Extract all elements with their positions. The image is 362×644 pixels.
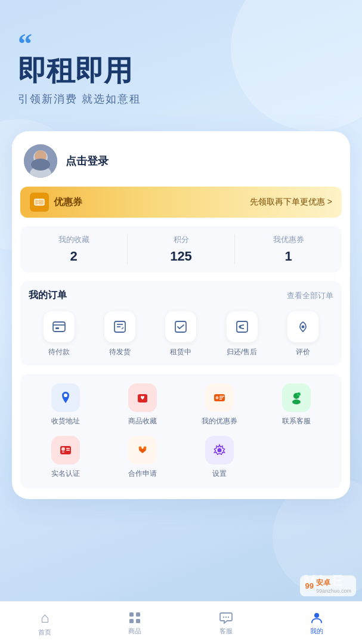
order-return[interactable]: 归还/售后 xyxy=(227,311,258,357)
bottom-nav: ⌂ 首页 商品 客服 我的 xyxy=(0,601,362,644)
order-pending-delivery-icon xyxy=(104,311,135,342)
watermark-logo: 99 xyxy=(305,581,313,590)
svg-rect-15 xyxy=(237,321,247,332)
main-card: 点击登录 优惠券 先领取再下单更优惠 > 我的收藏 2 积分 125 我优惠券 xyxy=(12,131,350,499)
service-customer-service-icon xyxy=(282,383,311,412)
service-settings-icon xyxy=(205,436,234,465)
service-favorites-label: 商品收藏 xyxy=(128,416,157,426)
services-section: 收货地址 商品收藏 xyxy=(20,374,342,488)
stat-coupons-value: 1 xyxy=(235,249,342,264)
order-review-icon xyxy=(287,311,318,342)
orders-section: 我的订单 查看全部订单 待付款 xyxy=(20,281,342,366)
sub-title: 引领新消费 就选如意租 xyxy=(18,92,344,106)
header-area: “ 即租即用 引领新消费 就选如意租 xyxy=(0,0,362,118)
svg-rect-8 xyxy=(53,322,65,332)
svg-point-4 xyxy=(31,159,50,171)
svg-rect-36 xyxy=(129,612,134,617)
svg-point-33 xyxy=(139,447,142,450)
stat-favorites-value: 2 xyxy=(20,249,127,264)
home-icon: ⌂ xyxy=(41,609,49,626)
svg-rect-39 xyxy=(136,619,140,623)
nav-products-label: 商品 xyxy=(128,627,141,636)
order-pending-payment-label: 待付款 xyxy=(48,347,70,357)
order-pending-delivery[interactable]: 待发货 xyxy=(104,311,135,357)
service-my-coupons-icon xyxy=(205,383,234,412)
service-partnership-label: 合作申请 xyxy=(128,469,157,479)
svg-point-40 xyxy=(222,616,224,617)
nav-service-label: 客服 xyxy=(219,627,233,636)
orders-title: 我的订单 xyxy=(29,289,67,302)
orders-view-all[interactable]: 查看全部订单 xyxy=(287,290,333,301)
watermark-brand: 安卓 xyxy=(316,578,351,588)
service-real-name-label: 实名认证 xyxy=(51,469,80,479)
order-pending-payment[interactable]: 待付款 xyxy=(44,311,75,357)
coupon-icon xyxy=(30,193,49,212)
svg-point-35 xyxy=(217,448,221,453)
watermark-url: 99anzhuo.com xyxy=(316,588,351,594)
stat-points-value: 125 xyxy=(128,249,234,264)
order-review[interactable]: 评价 xyxy=(287,311,318,357)
orders-icons: 待付款 待发货 xyxy=(29,311,333,357)
order-renting-icon xyxy=(165,311,196,342)
service-shipping-icon xyxy=(51,383,80,412)
service-my-coupons-label: 我的优惠券 xyxy=(202,416,237,426)
stat-favorites-label: 我的收藏 xyxy=(20,234,127,245)
svg-rect-5 xyxy=(35,199,44,205)
coupon-banner[interactable]: 优惠券 先领取再下单更优惠 > xyxy=(20,187,342,218)
svg-rect-37 xyxy=(136,612,140,617)
service-shipping-address[interactable]: 收货地址 xyxy=(30,383,102,426)
grid-icon xyxy=(128,611,142,625)
nav-mine[interactable]: 我的 xyxy=(310,611,324,636)
watermark-inner: 99 安卓 99anzhuo.com xyxy=(300,575,356,596)
nav-home-label: 首页 xyxy=(38,628,51,637)
main-title: 即租即用 xyxy=(18,55,344,87)
watermark: 99 安卓 99anzhuo.com xyxy=(300,575,356,596)
stat-coupons[interactable]: 我优惠券 1 xyxy=(235,234,342,264)
service-favorites[interactable]: 商品收藏 xyxy=(107,383,179,426)
orders-header: 我的订单 查看全部订单 xyxy=(29,289,333,302)
svg-point-26 xyxy=(292,400,301,404)
order-renting-label: 租赁中 xyxy=(170,347,191,357)
svg-point-17 xyxy=(64,394,67,397)
stats-row: 我的收藏 2 积分 125 我优惠券 1 xyxy=(20,226,342,273)
order-return-icon xyxy=(227,311,258,342)
order-review-label: 评价 xyxy=(296,347,310,357)
coupon-cta[interactable]: 先领取再下单更优惠 > xyxy=(250,197,332,208)
avatar[interactable] xyxy=(24,144,57,178)
svg-rect-10 xyxy=(55,327,59,329)
stat-points[interactable]: 积分 125 xyxy=(128,234,235,264)
nav-mine-label: 我的 xyxy=(310,627,323,636)
svg-point-42 xyxy=(227,616,228,617)
order-renting[interactable]: 租赁中 xyxy=(165,311,196,357)
quote-mark: “ xyxy=(18,30,344,58)
user-icon xyxy=(310,611,324,625)
service-favorites-icon xyxy=(128,383,157,412)
stat-favorites[interactable]: 我的收藏 2 xyxy=(20,234,128,264)
svg-point-41 xyxy=(225,616,226,617)
order-return-label: 归还/售后 xyxy=(227,347,257,357)
service-real-name[interactable]: 实名认证 xyxy=(30,436,102,479)
service-partnership[interactable]: 合作申请 xyxy=(107,436,179,479)
nav-service[interactable]: 客服 xyxy=(219,611,233,636)
coupon-left: 优惠券 xyxy=(30,193,82,212)
service-shipping-label: 收货地址 xyxy=(51,416,80,426)
nav-home[interactable]: ⌂ 首页 xyxy=(38,609,51,637)
svg-point-16 xyxy=(301,326,304,329)
svg-point-29 xyxy=(61,447,65,451)
service-real-name-icon xyxy=(51,436,80,465)
service-my-coupons[interactable]: 我的优惠券 xyxy=(184,383,256,426)
svg-point-34 xyxy=(144,447,147,450)
service-settings[interactable]: 设置 xyxy=(184,436,256,479)
order-pending-payment-icon xyxy=(44,311,75,342)
service-settings-label: 设置 xyxy=(212,469,227,479)
login-text[interactable]: 点击登录 xyxy=(66,154,109,168)
stat-coupons-label: 我优惠券 xyxy=(235,234,342,245)
user-section[interactable]: 点击登录 xyxy=(12,131,350,187)
nav-products[interactable]: 商品 xyxy=(128,611,142,636)
svg-point-43 xyxy=(314,613,319,618)
chat-icon xyxy=(219,611,233,625)
service-partnership-icon xyxy=(128,436,157,465)
svg-rect-14 xyxy=(175,321,186,332)
services-grid: 收货地址 商品收藏 xyxy=(30,383,332,479)
service-customer-service[interactable]: 联系客服 xyxy=(260,383,332,426)
